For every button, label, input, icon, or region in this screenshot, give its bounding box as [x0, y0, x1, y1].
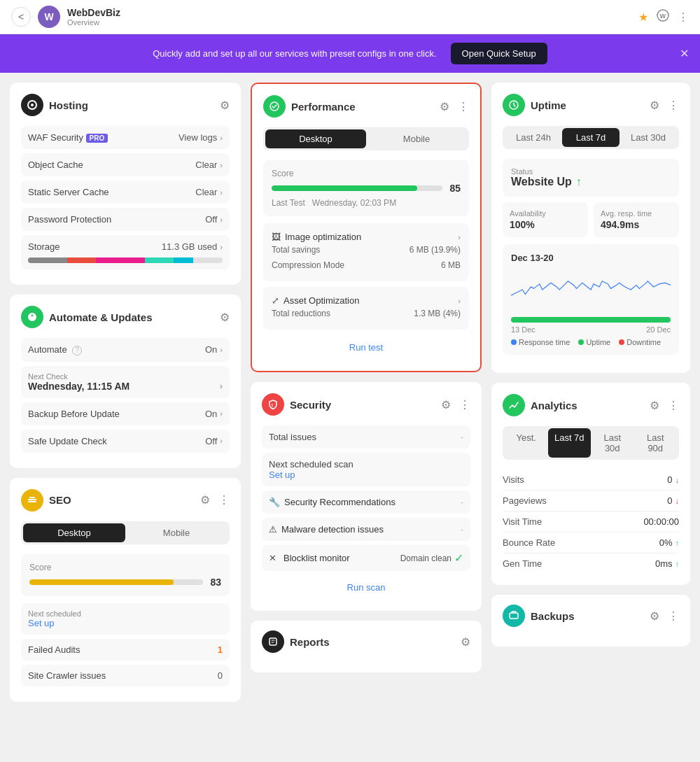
backups-settings-icon[interactable]: ⚙ [650, 609, 659, 623]
uptime-tab-7d[interactable]: Last 7d [562, 128, 620, 147]
visits-label: Visits [503, 474, 524, 485]
uptime-bar [511, 317, 671, 323]
reports-title: Reports [290, 636, 455, 648]
backup-row[interactable]: Backup Before Update On › [21, 402, 230, 425]
avg-resp-stat: Avg. resp. time 494.9ms [594, 202, 679, 237]
seo-settings-icon[interactable]: ⚙ [200, 493, 210, 507]
performance-tab-desktop[interactable]: Desktop [265, 129, 366, 148]
performance-header: Performance ⚙ ⋮ [263, 95, 469, 118]
seo-more-icon[interactable]: ⋮ [218, 493, 230, 507]
hosting-icon [21, 94, 43, 116]
analytics-tab-7d[interactable]: Last 7d [548, 428, 592, 458]
seo-score-label: Score [29, 563, 221, 572]
analytics-row-visit-time: Visit Time 00:00:00 [503, 511, 679, 532]
uptime-more-icon[interactable]: ⋮ [668, 99, 679, 112]
performance-tab-mobile[interactable]: Mobile [366, 129, 467, 148]
password-label: Password Protection [28, 214, 111, 225]
security-more-icon[interactable]: ⋮ [459, 398, 470, 411]
analytics-tab-yest[interactable]: Yest. [505, 428, 548, 458]
reports-settings-icon[interactable]: ⚙ [461, 635, 470, 649]
visits-trend: ↓ [676, 476, 680, 484]
avg-resp-label: Avg. resp. time [601, 209, 672, 218]
performance-more-icon[interactable]: ⋮ [458, 100, 469, 113]
uptime-chart: Dec 13-20 13 Dec 20 Dec Response time Up… [503, 244, 679, 355]
waf-security-row[interactable]: WAF Security PRO View logs › [21, 126, 230, 149]
storage-row[interactable]: Storage 11.3 GB used › [21, 235, 230, 269]
seo-score-section: Score 83 [21, 554, 230, 596]
password-protection-row[interactable]: Password Protection Off › [21, 208, 230, 231]
legend-uptime: Uptime [578, 338, 610, 346]
storage-seg-1 [28, 257, 67, 263]
backups-more-icon[interactable]: ⋮ [668, 609, 679, 623]
analytics-settings-icon[interactable]: ⚙ [650, 399, 659, 412]
malware-row[interactable]: ⚠ Malware detection issues - [262, 518, 470, 541]
seo-next-scheduled-row[interactable]: Next scheduled Set up [21, 603, 230, 635]
performance-score-section: Score 85 Last Test Wednesday, 02:03 PM [263, 160, 469, 216]
analytics-more-icon[interactable]: ⋮ [668, 399, 679, 412]
static-cache-row[interactable]: Static Server Cache Clear › [21, 181, 230, 204]
uptime-chart-svg [511, 269, 671, 311]
safe-update-label: Safe Update Check [28, 436, 107, 446]
uptime-tab-30d[interactable]: Last 30d [620, 128, 677, 147]
blocklist-row[interactable]: ✕ Blocklist monitor Domain clean ✓ [262, 545, 470, 571]
seo-tab-mobile[interactable]: Mobile [125, 523, 227, 542]
seo-set-up-link[interactable]: Set up [28, 618, 55, 628]
uptime-tab-24h[interactable]: Last 24h [505, 128, 562, 147]
star-icon[interactable]: ★ [638, 10, 648, 24]
svg-text:!: ! [272, 402, 274, 409]
image-optimization-section: 🖼 Image optimization › Total savings 6 M… [263, 223, 469, 281]
performance-tab-toggle: Desktop Mobile [263, 127, 469, 150]
automate-settings-icon[interactable]: ⚙ [220, 311, 230, 324]
uptime-settings-icon[interactable]: ⚙ [650, 99, 659, 112]
banner-close-icon[interactable]: ✕ [680, 47, 689, 60]
seo-crawler-row[interactable]: Site Crawler issues 0 [21, 665, 230, 686]
performance-score-label: Score [272, 169, 461, 178]
object-cache-row[interactable]: Object Cache Clear › [21, 153, 230, 176]
run-test-button[interactable]: Run test [263, 335, 469, 360]
performance-score-number: 85 [449, 183, 461, 194]
analytics-card: Analytics ⚙ ⋮ Yest. Last 7d Last 30d Las… [491, 383, 690, 585]
seo-failed-audits-row[interactable]: Failed Audits 1 [21, 639, 230, 661]
safe-update-value: Off › [205, 436, 223, 446]
next-check-row[interactable]: Next Check Wednesday, 11:15 AM › [21, 366, 230, 398]
analytics-tab-90d[interactable]: Last 90d [634, 428, 678, 458]
image-opt-header[interactable]: 🖼 Image optimization › [272, 232, 461, 242]
security-settings-icon[interactable]: ⚙ [441, 398, 451, 411]
run-scan-button[interactable]: Run scan [262, 575, 470, 600]
automate-row[interactable]: Automate ? On › [21, 338, 230, 362]
waf-link[interactable]: View logs › [178, 132, 223, 143]
uptime-title: Uptime [531, 99, 644, 111]
sec-recommendations-row[interactable]: 🔧 Security Recommendations - [262, 491, 470, 514]
backups-header: Backups ⚙ ⋮ [503, 605, 679, 627]
asset-opt-header[interactable]: ⤢ Asset Optimization › [272, 295, 461, 306]
seo-title: SEO [49, 494, 195, 506]
seo-crawler-value: 0 [218, 670, 223, 681]
seo-card: SEO ⚙ ⋮ Desktop Mobile Score 83 Next sch… [10, 478, 241, 702]
performance-settings-icon[interactable]: ⚙ [440, 100, 449, 113]
automate-header: Automate & Updates ⚙ [21, 306, 230, 328]
performance-last-test: Last Test Wednesday, 02:03 PM [272, 198, 461, 208]
quick-setup-banner: Quickly add and set up all our services … [0, 34, 700, 73]
wrench-icon: 🔧 [269, 497, 280, 507]
static-cache-label: Static Server Cache [28, 187, 109, 197]
more-icon[interactable]: ⋮ [678, 10, 689, 24]
status-value: Website Up ↑ [511, 176, 671, 188]
back-button[interactable]: < [11, 7, 31, 27]
security-set-up-link[interactable]: Set up [269, 470, 295, 480]
wordpress-icon[interactable]: W [657, 9, 669, 24]
open-quick-setup-button[interactable]: Open Quick Setup [451, 43, 547, 64]
safe-update-row[interactable]: Safe Update Check Off › [21, 430, 230, 453]
automate-value: On › [205, 344, 223, 355]
security-card: ! Security ⚙ ⋮ Total issues - Next sched… [251, 382, 482, 611]
seo-tab-desktop[interactable]: Desktop [23, 523, 125, 542]
performance-icon [263, 95, 286, 118]
automate-icon [21, 306, 43, 328]
malware-value: - [461, 524, 463, 535]
pageviews-trend: ↓ [676, 497, 680, 505]
hosting-settings-icon[interactable]: ⚙ [220, 99, 230, 112]
seo-score-fill [29, 579, 174, 585]
visit-time-label: Visit Time [503, 516, 542, 527]
analytics-tab-30d[interactable]: Last 30d [591, 428, 634, 458]
site-subtitle: Overview [67, 18, 631, 27]
visits-value: 0 ↓ [667, 474, 679, 485]
